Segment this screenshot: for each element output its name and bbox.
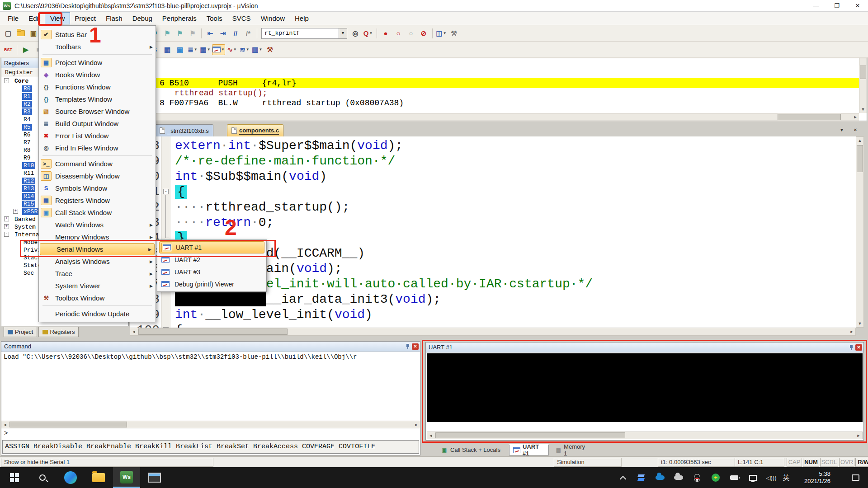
registers-window-icon[interactable]: ▦ <box>161 44 173 55</box>
menu-item-disassembly-window[interactable]: ◫Disassembly Window <box>39 170 156 182</box>
comment-icon[interactable]: // <box>230 28 241 39</box>
configure-tools-icon[interactable]: ⚒ <box>448 28 460 39</box>
tree-expander-icon[interactable]: + <box>4 224 9 229</box>
command-list-bar[interactable]: ASSIGN BreakDisable BreakEnable BreakKil… <box>2 440 419 454</box>
panel-tab-registers[interactable]: Registers <box>38 327 79 337</box>
close-button[interactable]: ✕ <box>847 0 868 12</box>
onedrive-icon[interactable] <box>651 467 669 488</box>
pin-icon[interactable] <box>406 344 410 349</box>
file-explorer-icon[interactable] <box>85 467 112 488</box>
editor-tab-stm32f103xb-s[interactable]: _stm32f103xb.s <box>155 124 213 136</box>
ime-indicator[interactable]: 英 <box>779 467 793 488</box>
command-hscrollbar[interactable]: ◄ ► <box>1 421 420 428</box>
tree-expander-icon[interactable]: - <box>4 232 9 237</box>
clock[interactable]: 5:382021/1/26 <box>795 467 840 488</box>
menu-svcs[interactable]: SVCS <box>227 13 256 24</box>
volume-icon[interactable]: ◁))) <box>762 467 780 488</box>
battery-icon[interactable] <box>725 467 743 488</box>
menu-item-functions-window[interactable]: {}Functions Window <box>39 81 156 93</box>
edge-icon[interactable] <box>57 467 84 488</box>
find-icon[interactable]: Q▼ <box>362 28 374 39</box>
toggle-breakpoint-icon[interactable]: ○ <box>392 28 404 39</box>
search-combo-input[interactable]: rt_kprintf▼ <box>261 28 347 39</box>
disassembly-hscrollbar[interactable]: ◄ ► <box>130 113 859 121</box>
menu-item-call-stack-window[interactable]: ▣Call Stack Window <box>39 206 156 219</box>
panel-tab-project[interactable]: Project <box>4 327 37 337</box>
menu-item-books-window[interactable]: ◈Books Window <box>39 69 156 81</box>
editor-tab-components-c[interactable]: components.c <box>227 124 283 136</box>
tab-list-icon[interactable]: ▼ <box>837 126 846 134</box>
serial-windows-icon[interactable]: ▼ <box>212 44 225 55</box>
editor-hscrollbar[interactable]: ◄ ► <box>130 328 856 336</box>
bottom-tab-call-stack-locals[interactable]: ▣Call Stack + Locals <box>437 444 504 455</box>
menu-item-project-window[interactable]: ▤Project Window <box>39 56 156 69</box>
submenu-item-uart-3[interactable]: UART #3 <box>158 266 265 278</box>
submenu-item-debug-printf-viewer[interactable]: Debug (printf) Viewer <box>158 278 265 290</box>
window-layout-icon[interactable]: ◫▼ <box>435 28 447 39</box>
memory-windows-icon[interactable]: ▦▼ <box>199 44 211 55</box>
app-stack-icon[interactable] <box>632 467 651 488</box>
menu-item-system-viewer[interactable]: System Viewer▶ <box>39 280 156 292</box>
maximize-button[interactable]: ❐ <box>826 0 847 12</box>
insert-breakpoint-icon[interactable]: ● <box>380 28 392 39</box>
close-icon[interactable]: ✕ <box>412 343 419 350</box>
find-in-files-icon[interactable]: ◎ <box>349 28 361 39</box>
menu-item-registers-window[interactable]: ▦Registers Window <box>39 194 156 206</box>
menu-flash[interactable]: Flash <box>101 13 127 24</box>
uncomment-icon[interactable]: /* <box>242 28 254 39</box>
menu-file[interactable]: File <box>3 13 24 24</box>
fold-toggle-icon[interactable]: - <box>163 327 169 328</box>
menu-item-symbols-window[interactable]: SSymbols Window <box>39 182 156 194</box>
reset-icon[interactable]: RST <box>2 44 14 55</box>
menu-peripherals[interactable]: Peripherals <box>157 13 202 24</box>
trace-windows-icon[interactable]: ≋▼ <box>239 44 250 55</box>
screen-capture-icon[interactable] <box>141 467 168 488</box>
bookmark-clear-icon[interactable]: ⚑ <box>187 28 198 39</box>
watch-windows-icon[interactable]: ≣▼ <box>187 44 198 55</box>
bottom-tab-memory-1[interactable]: ▦Memory 1 <box>552 444 590 455</box>
search-icon[interactable] <box>29 467 56 488</box>
indent-left-icon[interactable]: ⇤ <box>204 28 216 39</box>
code-editor[interactable]: 88extern·int·$Super$$main(void);89/*·re-… <box>130 136 856 328</box>
run-icon[interactable]: ▶ <box>20 44 32 55</box>
bookmark-next-icon[interactable]: ⚑ <box>174 28 186 39</box>
menu-item-templates-window[interactable]: {}Templates Window <box>39 93 156 105</box>
menu-item-error-list-window[interactable]: ✖Error List Window <box>39 130 156 142</box>
tree-expander-icon[interactable]: + <box>4 216 9 221</box>
menu-project[interactable]: Project <box>70 13 101 24</box>
display-icon[interactable] <box>744 467 762 488</box>
qq-icon[interactable] <box>688 467 706 488</box>
notification-icon[interactable] <box>846 467 864 488</box>
editor-vscrollbar[interactable]: ▲ ▼ <box>856 136 864 328</box>
antivirus-shield-icon[interactable]: + <box>707 467 725 488</box>
tree-expander-icon[interactable]: + <box>13 209 18 214</box>
bookmark-prev-icon[interactable]: ⚑ <box>161 28 173 39</box>
menu-item-command-window[interactable]: >_Command Window <box>39 158 156 170</box>
menu-item-source-browser-window[interactable]: ▧Source Browser Window <box>39 105 156 117</box>
menu-item-analysis-windows[interactable]: Analysis Windows▶ <box>39 255 156 267</box>
tree-expander-icon[interactable]: - <box>4 78 9 83</box>
system-viewer-icon[interactable]: ▥▼ <box>251 44 263 55</box>
disassembly-window[interactable]: ▲ ▼ ◄ ► 6 B510 PUSH {r4,lr}rtthread_star… <box>130 58 867 121</box>
menu-help[interactable]: Help <box>290 13 314 24</box>
menu-item-watch-windows[interactable]: Watch Windows▶ <box>39 219 156 231</box>
command-output[interactable]: Load "C:\\Users\\92036\\Desktop\\github\… <box>1 352 420 421</box>
menu-item-periodic-window-update[interactable]: Periodic Window Update <box>39 308 156 320</box>
menu-debug[interactable]: Debug <box>127 13 157 24</box>
bottom-tab-uart-1[interactable]: UART #1 <box>509 444 549 455</box>
call-stack-window-icon[interactable]: ▣ <box>174 44 186 55</box>
save-icon[interactable]: ▣ <box>28 28 39 39</box>
minimize-button[interactable]: — <box>806 0 826 12</box>
start-button[interactable] <box>1 467 28 488</box>
open-folder-icon[interactable] <box>15 28 27 39</box>
disassembly-vscrollbar[interactable]: ▼ <box>859 58 867 113</box>
menu-item-build-output-window[interactable]: ≣Build Output Window <box>39 117 156 130</box>
analysis-windows-icon[interactable]: ∿▼ <box>226 44 238 55</box>
disable-breakpoints-icon[interactable]: ○ <box>405 28 417 39</box>
toolbox-window-icon[interactable]: ⚒ <box>264 44 276 55</box>
command-input[interactable]: > <box>1 428 420 439</box>
menu-item-find-in-files-window[interactable]: ◎Find In Files Window <box>39 142 156 154</box>
menu-window[interactable]: Window <box>256 13 290 24</box>
kill-breakpoints-icon[interactable]: ⊘ <box>418 28 429 39</box>
tab-close-icon[interactable]: ✕ <box>851 126 860 134</box>
